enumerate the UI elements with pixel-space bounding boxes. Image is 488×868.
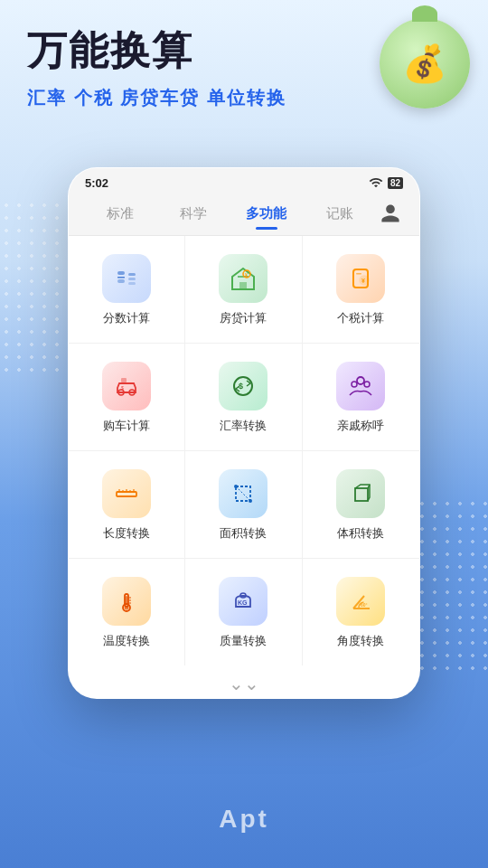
svg-point-21 [364,382,370,387]
relative-label: 亲戚称呼 [337,418,384,434]
mass-icon-box: KG [219,577,267,626]
svg-rect-5 [128,282,136,285]
tab-bookkeeping[interactable]: 记账 [303,202,376,226]
profile-icon [380,203,401,224]
length-label: 长度转换 [103,525,150,542]
status-time: 5:02 [85,176,108,190]
svg-rect-4 [128,278,136,280]
mass-label: 质量转换 [220,633,267,649]
bottom-area: Apt [0,796,488,868]
svg-rect-22 [117,492,136,496]
svg-rect-3 [128,273,136,276]
app-title: 万能换算 [27,27,488,75]
angle-icon-box: 60° [336,577,385,626]
grid-container: 分数计算 ¥ 房贷计算 [69,236,419,665]
volume-icon-box [336,469,385,518]
phone-screen: 5:02 82 标准 科学 多功能 记账 [68,167,420,699]
svg-rect-12 [356,273,361,275]
fraction-icon [112,264,141,293]
grid-item-tax[interactable]: ¥ 个税计算 [303,236,419,344]
svg-rect-32 [355,488,368,501]
length-icon-box [102,469,151,518]
grid-item-temp[interactable]: 温度转换 [69,559,185,665]
mortgage-label: 房贷计算 [220,310,267,326]
svg-text:¥: ¥ [245,272,248,278]
temp-label: 温度转换 [103,633,150,649]
bg-decoration-right [416,497,488,678]
svg-rect-36 [126,596,128,605]
grid-item-relative[interactable]: 亲戚称呼 [303,344,419,451]
grid-item-angle[interactable]: 60° 角度转换 [303,559,419,665]
exchange-label: 汇率转换 [220,418,267,434]
profile-button[interactable] [376,199,405,228]
angle-icon: 60° [346,587,375,616]
svg-text:¥: ¥ [361,278,365,284]
volume-label: 体积转换 [337,525,384,542]
svg-point-30 [234,485,238,488]
temp-icon-box [102,577,151,626]
svg-rect-28 [236,486,250,501]
grid-item-length[interactable]: 长度转换 [69,451,185,559]
svg-point-31 [249,499,252,503]
tab-science[interactable]: 科学 [156,202,230,226]
svg-rect-6 [239,282,247,289]
hero-section: 万能换算 汇率 个税 房贷车贷 单位转换 [0,0,488,110]
mass-icon: KG [229,587,258,616]
tax-icon-box: ¥ [336,254,385,303]
phone-mockup: 5:02 82 标准 科学 多功能 记账 [68,167,420,699]
status-bar: 5:02 82 [69,168,419,193]
temp-icon [112,587,141,616]
svg-text:60°: 60° [361,602,368,608]
grid-item-volume[interactable]: 体积转换 [303,451,419,559]
battery-indicator: 82 [388,177,403,189]
grid-item-area[interactable]: 面积转换 [185,451,302,559]
svg-rect-0 [117,271,125,275]
grid-item-fraction[interactable]: 分数计算 [69,236,185,344]
svg-rect-2 [117,279,125,283]
tab-standard[interactable]: 标准 [83,202,156,226]
fraction-icon-box [102,254,151,303]
svg-line-29 [236,486,250,501]
exchange-icon: $ [229,372,258,401]
mortgage-icon-box: ¥ [219,254,267,303]
area-icon [229,479,258,508]
apt-label: Apt [219,805,269,834]
svg-point-20 [352,382,357,387]
tax-icon: ¥ [346,264,375,293]
tab-multi[interactable]: 多功能 [230,202,303,226]
svg-text:KG: KG [238,599,248,606]
scroll-indicator: ⌄⌄ [69,665,419,698]
car-label: 购车计算 [103,418,150,434]
car-icon: $ [112,372,141,401]
volume-icon [346,479,375,508]
area-icon-box [219,469,267,518]
svg-rect-1 [117,277,125,278]
area-label: 面积转换 [220,525,267,542]
grid-item-mortgage[interactable]: ¥ 房贷计算 [185,236,302,344]
grid-item-mass[interactable]: KG 质量转换 [185,559,302,665]
svg-point-19 [357,377,364,384]
grid-item-exchange[interactable]: $ 汇率转换 [185,344,302,451]
length-icon [112,479,141,508]
status-icons: 82 [369,175,403,190]
relative-icon-box [336,362,385,410]
chevron-down-icon: ⌄⌄ [229,675,259,693]
svg-text:$: $ [121,385,124,391]
angle-label: 角度转换 [337,633,384,649]
bg-decoration-left [0,199,72,380]
tax-label: 个税计算 [337,310,384,326]
feature-grid: 分数计算 ¥ 房贷计算 [69,236,419,698]
app-subtitle: 汇率 个税 房贷车贷 单位转换 [27,86,488,110]
mortgage-icon: ¥ [229,264,258,293]
exchange-icon-box: $ [219,362,267,410]
grid-item-car[interactable]: $ 购车计算 [69,344,185,451]
svg-rect-15 [121,378,127,382]
relative-icon [346,372,375,401]
wifi-icon [369,175,383,190]
svg-point-37 [125,606,129,610]
car-icon-box: $ [102,362,151,410]
fraction-label: 分数计算 [103,310,150,326]
tab-bar: 标准 科学 多功能 记账 [69,193,419,236]
